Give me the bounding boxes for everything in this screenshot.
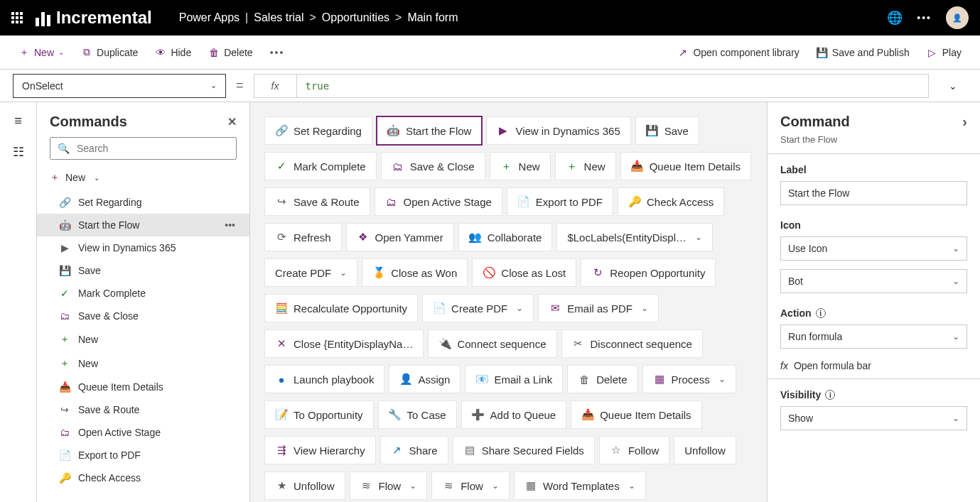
icon-mode-select[interactable]: Use Icon ⌄ (780, 236, 967, 261)
duplicate-button[interactable]: ⧉ Duplicate (74, 43, 145, 62)
icon-value-select[interactable]: Bot ⌄ (780, 269, 967, 293)
save-publish-button[interactable]: 💾 Save and Publish (809, 43, 917, 62)
command-chip[interactable]: ☆Follow (599, 436, 669, 464)
expand-formula-button[interactable]: ⌄ (939, 80, 967, 92)
avatar[interactable]: 👤 (946, 6, 969, 29)
command-chip[interactable]: ▤Share Secured Fields (453, 436, 595, 464)
tree-item[interactable]: ＋ New ••• (37, 351, 249, 376)
open-formula-bar-link[interactable]: fx Open formula bar (768, 353, 980, 378)
chevron-down-icon: ⌄ (492, 481, 499, 491)
tree-item[interactable]: 📥 Queue Item Details ••• (37, 376, 249, 398)
command-chip[interactable]: 📧Email a Link (465, 365, 563, 393)
command-chip[interactable]: ✂Disconnect sequence (561, 329, 703, 358)
command-chip[interactable]: 🏅Close as Won (362, 258, 468, 287)
command-chip[interactable]: 📄Create PDF⌄ (422, 294, 534, 322)
tree-item[interactable]: 🗂 Open Active Stage ••• (37, 421, 249, 444)
plus-icon: ＋ (50, 171, 60, 184)
connect-icon: 🔌 (438, 337, 451, 350)
command-chip[interactable]: ▶View in Dynamics 365 (486, 116, 630, 145)
command-chip[interactable]: ✓Mark Complete (264, 152, 377, 180)
hamburger-icon[interactable]: ≡ (14, 114, 22, 129)
tree-item[interactable]: ＋ New ••• (37, 327, 249, 351)
command-chip[interactable]: 👤Assign (389, 365, 461, 393)
tree-item[interactable]: 💾 Save ••• (37, 259, 249, 282)
command-chip[interactable]: 🔑Check Access (618, 187, 724, 216)
command-chip[interactable]: 👥Collaborate (458, 223, 553, 251)
reopen-icon: ↻ (591, 266, 604, 279)
search-input[interactable]: 🔍 (50, 137, 237, 160)
command-chip[interactable]: ＋New (490, 152, 551, 180)
command-chip[interactable]: Unfollow (674, 436, 736, 464)
tree-item[interactable]: 🤖 Start the Flow ••• (37, 214, 249, 236)
crumb-entity[interactable]: Opportunities (322, 11, 389, 24)
chevron-right-icon[interactable]: › (962, 114, 967, 130)
command-chip[interactable]: ●Launch playbook (264, 365, 384, 393)
command-chip[interactable]: 🗑Delete (567, 365, 637, 393)
command-chip[interactable]: ✉Email as PDF⌄ (538, 294, 659, 322)
command-chip[interactable]: ⟳Refresh (264, 223, 342, 251)
hide-button[interactable]: 👁 Hide (148, 43, 198, 62)
command-chip[interactable]: 🔌Connect sequence (428, 329, 556, 358)
stage-icon: 🗂 (385, 195, 398, 208)
label-input[interactable]: Start the Flow (780, 181, 967, 205)
command-chip[interactable]: 📝To Opportunity (264, 400, 374, 429)
tree-item[interactable]: ↪ Save & Route ••• (37, 398, 249, 421)
command-chip[interactable]: Create PDF⌄ (264, 258, 357, 287)
command-chip[interactable]: ▦Word Templates⌄ (514, 471, 646, 500)
command-chip[interactable]: 💾Save (635, 116, 699, 145)
crumb-form[interactable]: Main form (407, 11, 458, 24)
command-chip[interactable]: ✕Close {EntityDisplayNa… (264, 329, 424, 358)
no-icon: 🚫 (483, 266, 495, 279)
command-chip[interactable]: ↻Reopen Opportunity (581, 258, 716, 287)
tree-icon[interactable]: ☷ (13, 144, 24, 160)
command-chip[interactable]: ＋New (555, 152, 616, 180)
command-chip[interactable]: 🗂Save & Close (381, 152, 485, 180)
toolbar-overflow[interactable]: ••• (263, 43, 292, 62)
close-icon[interactable]: ✕ (227, 115, 237, 129)
delete-button[interactable]: 🗑 Delete (201, 43, 259, 62)
command-chip[interactable]: ≋Flow⌄ (350, 471, 428, 500)
tree-item[interactable]: 🔗 Set Regarding ••• (37, 191, 249, 214)
new-command-button[interactable]: ＋ New ⌄ (37, 167, 249, 191)
command-chip[interactable]: ➕Add to Queue (461, 400, 567, 429)
command-chip[interactable]: 📄Export to PDF (507, 187, 613, 216)
property-select[interactable]: OnSelect ⌄ (13, 74, 226, 98)
action-field-label: Action i (780, 307, 967, 319)
command-chip[interactable]: 🚫Close as Lost (472, 258, 576, 287)
command-chip[interactable]: 🔧To Case (378, 400, 457, 429)
formula-input[interactable]: fx true (254, 74, 929, 98)
command-chip[interactable]: 🤖Start the Flow (377, 116, 483, 145)
command-chip[interactable]: 🗂Open Active Stage (375, 187, 502, 216)
app-launcher-icon[interactable] (11, 12, 23, 23)
command-chip[interactable]: ★Unfollow (264, 471, 345, 500)
command-chip[interactable]: 📥Queue Item Details (571, 400, 701, 429)
command-chip[interactable]: 🔗Set Regarding (264, 116, 372, 145)
tree-item[interactable]: 🔑 Check Access ••• (37, 466, 249, 489)
command-chip[interactable]: ⇶View Hierarchy (264, 436, 376, 464)
info-icon[interactable]: i (825, 390, 835, 400)
command-chip[interactable]: $LocLabels(EntityDispl…⌄ (556, 223, 713, 251)
crumb-app[interactable]: Power Apps (179, 11, 239, 24)
globe-icon[interactable]: 🌐 (887, 10, 903, 26)
new-button[interactable]: ＋ New ⌄ (11, 43, 71, 62)
crumb-trial[interactable]: Sales trial (254, 11, 303, 24)
command-chip[interactable]: ▦Process⌄ (642, 365, 736, 393)
tree-item[interactable]: ✓ Mark Complete ••• (37, 282, 249, 305)
tree-item[interactable]: 🗂 Save & Close ••• (37, 305, 249, 327)
command-chip[interactable]: ↪Save & Route (264, 187, 370, 216)
command-chip[interactable]: 🧮Recalculate Opportunity (264, 294, 418, 322)
tree-item[interactable]: 📄 Export to PDF ••• (37, 444, 249, 466)
command-chip[interactable]: 📥Queue Item Details (620, 152, 751, 180)
play-button[interactable]: ▷ Play (920, 43, 969, 62)
more-icon[interactable]: ••• (917, 12, 932, 23)
chevron-down-icon: ⌄ (516, 303, 523, 313)
command-chip[interactable]: ❖Open Yammer (346, 223, 454, 251)
action-select[interactable]: Run formula ⌄ (780, 324, 967, 349)
tree-item[interactable]: ▶ View in Dynamics 365 ••• (37, 236, 249, 259)
open-component-library-button[interactable]: ↗ Open component library (670, 43, 806, 62)
command-chip[interactable]: ≋Flow⌄ (431, 471, 510, 500)
more-icon[interactable]: ••• (225, 219, 235, 231)
visibility-select[interactable]: Show ⌄ (780, 406, 967, 430)
info-icon[interactable]: i (816, 308, 826, 318)
command-chip[interactable]: ↗Share (380, 436, 448, 464)
